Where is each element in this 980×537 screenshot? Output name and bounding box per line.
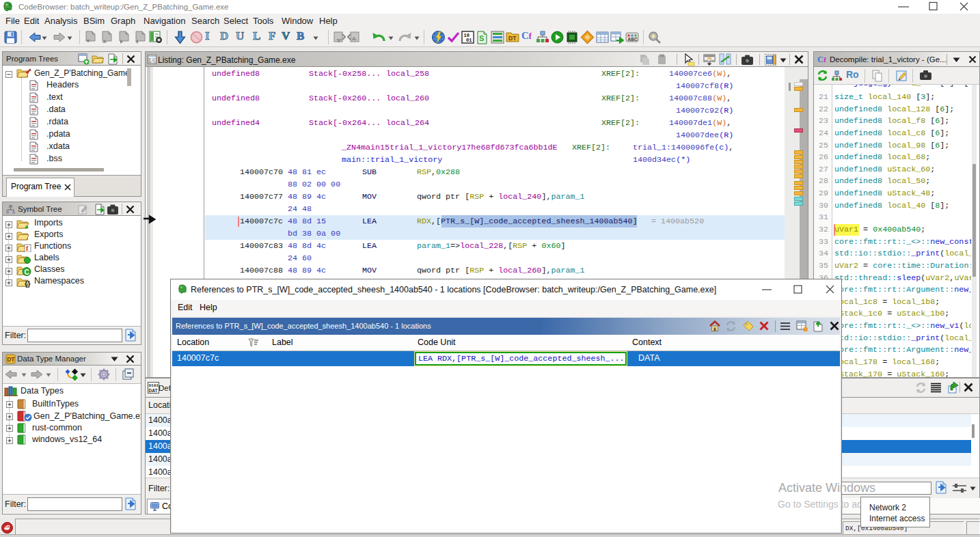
- svg-text:{}: {}: [25, 279, 31, 288]
- svg-text:C: C: [25, 268, 29, 276]
- svg-text:ABC: ABC: [628, 37, 638, 42]
- svg-text:01: 01: [466, 38, 472, 43]
- svg-text:DT: DT: [7, 356, 15, 363]
- svg-text:DAT: DAT: [149, 388, 158, 393]
- svg-text:S: S: [479, 34, 484, 42]
- svg-text:DT: DT: [508, 35, 517, 42]
